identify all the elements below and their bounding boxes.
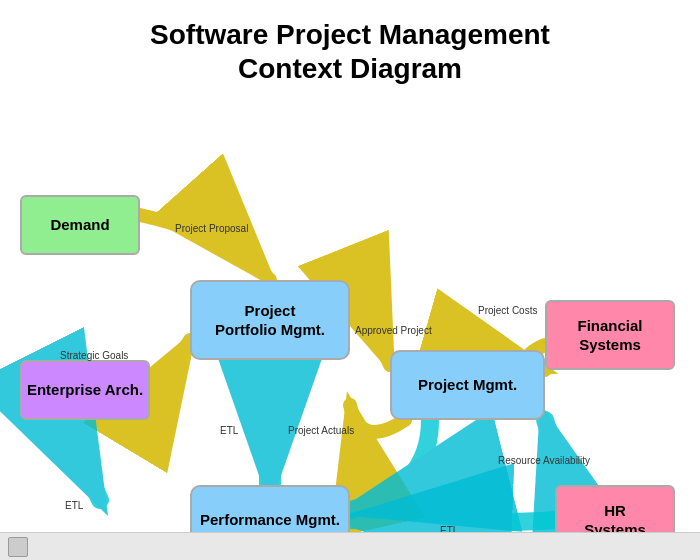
resource-availability-label: Resource Availability (498, 455, 590, 467)
financial-box: FinancialSystems (545, 300, 675, 370)
ppm-box: ProjectPortfolio Mgmt. (190, 280, 350, 360)
demand-box: Demand (20, 195, 140, 255)
project-actuals-label: Project Actuals (288, 425, 354, 437)
page-title: Software Project Management Context Diag… (0, 0, 700, 95)
approved-project-label: Approved Project (355, 325, 432, 337)
etl-left-label: ETL (220, 425, 238, 437)
bottom-icon (8, 537, 28, 557)
project-proposal-label: Project Proposal (175, 223, 248, 235)
projmgmt-box: Project Mgmt. (390, 350, 545, 420)
strategic-goals-label: Strategic Goals (60, 350, 128, 362)
bottom-bar (0, 532, 700, 560)
project-costs-label: Project Costs (478, 305, 537, 317)
etl-bottom-left-label: ETL (65, 500, 83, 512)
enterprise-box: Enterprise Arch. (20, 360, 150, 420)
